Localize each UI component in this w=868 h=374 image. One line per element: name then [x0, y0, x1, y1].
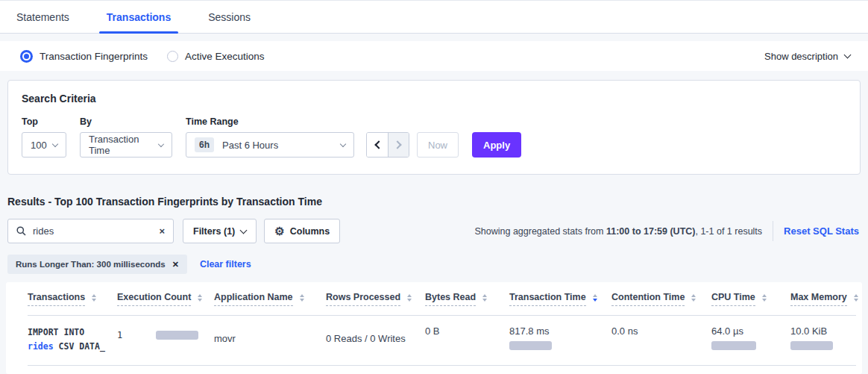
sort-down-arrow — [407, 299, 412, 302]
sort-up-arrow — [762, 294, 767, 297]
column-header-application-name[interactable]: Application Name — [214, 292, 326, 306]
search-input[interactable]: rides × — [7, 219, 174, 243]
radio-label: Active Executions — [185, 51, 265, 62]
sort-down-arrow — [762, 299, 767, 302]
execution-count-bar — [156, 331, 198, 340]
apply-button[interactable]: Apply — [472, 132, 521, 158]
column-header-rows-processed[interactable]: Rows Processed — [326, 292, 425, 306]
next-time-window-button[interactable] — [388, 133, 409, 157]
sort-up-arrow — [92, 294, 96, 297]
columns-button[interactable]: ⚙ Columns — [264, 219, 340, 243]
column-header-transactions[interactable]: Transactions — [28, 292, 117, 306]
column-header-label: Execution Count — [117, 292, 191, 306]
column-header-label: Application Name — [214, 292, 293, 306]
top-select-value: 100 — [31, 140, 47, 151]
reset-sql-stats-link[interactable]: Reset SQL Stats — [784, 225, 859, 237]
sort-icon[interactable] — [482, 294, 487, 302]
table-header-row: Transactions Execution Count Application… — [28, 282, 856, 316]
cell-contention-time: 0.0 ns — [611, 325, 711, 337]
column-header-label: Contention Time — [611, 292, 685, 306]
sort-icon[interactable] — [854, 294, 858, 302]
max-memory-bar — [790, 341, 833, 350]
sort-icon[interactable] — [198, 294, 202, 302]
tab-sessions[interactable]: Sessions — [201, 1, 258, 33]
results-table-card: Transactions Execution Count Application… — [6, 282, 862, 374]
time-range-select[interactable]: 6h Past 6 Hours — [186, 132, 354, 158]
cell-execution-count: 1 — [117, 325, 214, 340]
column-header-label: CPU Time — [711, 292, 755, 306]
filter-chip-label: Runs Longer Than: 300 milliseconds — [16, 260, 166, 269]
top-select[interactable]: 100 — [22, 132, 66, 158]
filters-button-label: Filters (1) — [193, 226, 235, 237]
sort-icon[interactable] — [300, 294, 304, 302]
time-range-value: Past 6 Hours — [222, 140, 278, 151]
sort-down-arrow — [92, 299, 96, 302]
cpu-time-value: 64.0 µs — [711, 325, 790, 337]
execution-count-value: 1 — [117, 330, 122, 340]
transaction-time-value: 817.8 ms — [509, 325, 611, 337]
sort-icon[interactable] — [92, 294, 96, 302]
clear-search-icon[interactable]: × — [159, 226, 165, 236]
filters-button[interactable]: Filters (1) — [183, 219, 257, 243]
sort-down-arrow — [593, 299, 597, 302]
sort-icon[interactable] — [691, 294, 696, 302]
column-header-bytes-read[interactable]: Bytes Read — [425, 292, 509, 306]
results-controls-row: rides × Filters (1) ⚙ Columns Showing ag… — [7, 219, 861, 243]
sort-up-arrow — [482, 294, 487, 297]
search-icon — [16, 226, 26, 236]
previous-time-window-button[interactable] — [367, 133, 388, 157]
sort-down-arrow — [691, 299, 696, 302]
radio-active-executions[interactable]: Active Executions — [167, 51, 265, 62]
column-header-contention-time[interactable]: Contention Time — [611, 292, 711, 306]
columns-button-label: Columns — [290, 226, 330, 237]
radio-selected-icon — [24, 54, 29, 59]
column-header-cpu-time[interactable]: CPU Time — [711, 292, 790, 306]
chevron-down-icon — [340, 140, 346, 146]
tab-statements[interactable]: Statements — [9, 1, 77, 33]
sort-down-arrow — [198, 299, 202, 302]
sort-icon-active-desc[interactable] — [593, 294, 597, 302]
time-range-label: Time Range — [186, 116, 354, 127]
now-button[interactable]: Now — [417, 132, 459, 158]
by-field: By Transaction Time — [80, 116, 172, 158]
vertical-divider — [773, 221, 773, 241]
view-toggle-bar: Transaction Fingerprints Active Executio… — [0, 41, 868, 71]
sort-icon[interactable] — [407, 294, 412, 302]
column-header-label: Bytes Read — [425, 292, 476, 306]
cell-cpu-time: 64.0 µs — [711, 325, 790, 350]
sort-down-arrow — [300, 299, 304, 302]
cell-bytes-read: 0 B — [425, 325, 509, 337]
page-tabs: Statements Transactions Sessions — [0, 1, 868, 34]
chevron-down-icon — [844, 51, 852, 58]
sort-down-arrow — [854, 299, 858, 302]
clear-filters-link[interactable]: Clear filters — [200, 259, 251, 269]
table-row: IMPORT INTO rides CSV DATA_ 1 movr 0 Rea… — [28, 316, 856, 366]
fingerprint-line1: IMPORT INTO — [28, 325, 117, 340]
column-header-label: Transaction Time — [509, 292, 586, 306]
cell-transaction-time: 817.8 ms — [509, 325, 611, 350]
fingerprint-table-link[interactable]: rides — [28, 341, 54, 352]
by-select[interactable]: Transaction Time — [80, 132, 172, 158]
column-header-transaction-time[interactable]: Transaction Time — [509, 292, 611, 306]
gear-icon: ⚙ — [274, 225, 284, 237]
filter-chip-runs-longer-than[interactable]: Runs Longer Than: 300 milliseconds ✕ — [7, 255, 187, 274]
tab-transactions[interactable]: Transactions — [99, 1, 178, 33]
chevron-down-icon — [52, 140, 58, 146]
column-header-label: Transactions — [28, 292, 85, 306]
cell-transaction-fingerprint[interactable]: IMPORT INTO rides CSV DATA_ — [28, 325, 117, 354]
sort-down-arrow — [482, 299, 487, 302]
by-label: By — [80, 116, 172, 127]
stats-suffix: , 1-1 of 1 results — [695, 226, 762, 237]
time-window-stepper — [366, 132, 409, 158]
remove-filter-icon[interactable]: ✕ — [172, 260, 179, 269]
search-criteria-title: Search Criteria — [22, 93, 846, 105]
time-range-badge: 6h — [195, 137, 214, 152]
column-header-execution-count[interactable]: Execution Count — [117, 292, 214, 306]
radio-transaction-fingerprints[interactable]: Transaction Fingerprints — [20, 51, 148, 62]
top-label: Top — [22, 116, 66, 127]
sort-up-arrow — [854, 294, 858, 297]
cell-application-name: movr — [214, 325, 326, 344]
sort-icon[interactable] — [762, 294, 767, 302]
show-description-toggle[interactable]: Show description — [764, 51, 850, 62]
column-header-max-memory[interactable]: Max Memory — [790, 292, 856, 306]
